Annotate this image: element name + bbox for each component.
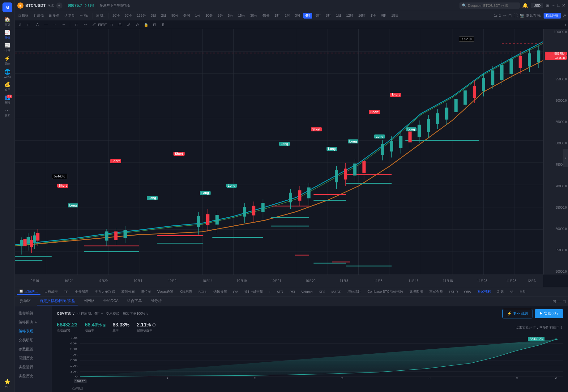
tf-30m[interactable]: 30分 bbox=[248, 13, 259, 19]
ind-tab-auto[interactable]: 自动 bbox=[517, 289, 529, 295]
toolbar-draw[interactable]: ✏ 画↓ bbox=[78, 13, 91, 19]
ind-tab-locate[interactable]: 🔲 定位到… bbox=[17, 288, 41, 295]
sidebar-item-community[interactable]: 👥 群聊 53 bbox=[1, 93, 14, 106]
mode-value[interactable]: 每次下单100% ∨ bbox=[123, 311, 149, 316]
sidebar-item-vip[interactable]: ⭐ VIP bbox=[1, 377, 14, 390]
sidebar-item-news[interactable]: 📰 快讯 bbox=[1, 41, 14, 54]
ind-tab-army[interactable]: 三军会师 bbox=[427, 289, 445, 295]
ind-tab-vegas[interactable]: Vegas通道 bbox=[155, 289, 176, 295]
currency-selector[interactable]: USD bbox=[531, 3, 543, 8]
tf-5m[interactable]: 5分 bbox=[226, 13, 235, 19]
tf-8h[interactable]: 8时 bbox=[324, 13, 333, 19]
chart-canvas[interactable]: Short Long Short Long Short Long Long Lo… bbox=[15, 29, 543, 275]
ind-tab-needle[interactable]: 插针+成交量 bbox=[242, 289, 266, 295]
panel-tab-order[interactable]: 委单区 bbox=[17, 297, 33, 305]
chart-collapse-button[interactable]: ‹ bbox=[563, 149, 568, 167]
panel-expand-icon[interactable]: ⊡ bbox=[553, 299, 556, 304]
ind-tab-log[interactable]: 对数 bbox=[495, 289, 506, 295]
app-logo[interactable]: AI bbox=[2, 2, 12, 12]
copy-icon[interactable]: ⎘ bbox=[103, 323, 105, 327]
tf-15d[interactable]: 15日 bbox=[390, 13, 400, 19]
draw-tool-6[interactable]: ⊞ bbox=[117, 21, 123, 28]
tf-20s[interactable]: 20秒 bbox=[111, 13, 122, 19]
tf-tick[interactable]: 分时 bbox=[182, 13, 192, 19]
tf-3h[interactable]: 3时 bbox=[293, 13, 302, 19]
sidebar-item-strategy[interactable]: ⚡ 策略 bbox=[1, 54, 14, 67]
ind-tab-whale[interactable]: 主力大单跟踪 bbox=[92, 289, 117, 295]
tf-3m[interactable]: 3分 bbox=[216, 13, 225, 19]
tf-1s[interactable]: 1秒 bbox=[369, 13, 378, 19]
ind-tab-pct[interactable]: % bbox=[508, 289, 516, 294]
fullscreen-icon[interactable]: ⛶ bbox=[514, 13, 518, 18]
delete-btn[interactable]: 🗑 bbox=[160, 21, 167, 28]
pro-backtest-button[interactable]: ⚡ 专业回测 bbox=[502, 309, 532, 318]
add-coin-button[interactable]: + bbox=[56, 2, 62, 9]
panel-tab-ai-analysis[interactable]: AI分析 bbox=[148, 297, 164, 305]
panel-tab-combo[interactable]: 组合下单 bbox=[125, 297, 144, 305]
rect-btn[interactable]: □ bbox=[25, 21, 32, 28]
ind-tab-large-trade[interactable]: 大额成交 bbox=[42, 289, 60, 295]
ind-tab-lsur[interactable]: LSUR bbox=[446, 289, 460, 294]
panel-maximize-icon[interactable]: □ bbox=[563, 299, 566, 304]
tf-12h[interactable]: 12时 bbox=[344, 13, 355, 19]
tf-3d[interactable]: 3日 bbox=[149, 13, 158, 19]
draw-tool-4[interactable]: ⊡⊡⊡ bbox=[99, 21, 106, 28]
search-input[interactable] bbox=[468, 4, 517, 7]
share-icon[interactable]: ↗ bbox=[563, 13, 566, 18]
ind-tab-atr[interactable]: ATR bbox=[274, 289, 286, 294]
ind-tab-rsi[interactable]: RSI bbox=[287, 289, 297, 294]
kline-analysis-tab[interactable]: K线分析 bbox=[544, 13, 561, 19]
sidebar-trade-detail[interactable]: 交易明细 bbox=[15, 336, 52, 345]
pencil-icon[interactable]: ✏ bbox=[503, 13, 506, 18]
sidebar-item-web3[interactable]: 🌐 Web3 bbox=[1, 67, 14, 80]
draw-tool-9[interactable]: 🔒 bbox=[143, 21, 149, 28]
close-icon[interactable]: ✕ bbox=[562, 3, 566, 8]
panel-minimize-icon[interactable]: — bbox=[557, 299, 562, 304]
arrow-btn[interactable]: → bbox=[51, 21, 58, 28]
info-icon[interactable]: ⓘ bbox=[152, 323, 156, 327]
sidebar-indicator-edit[interactable]: 指标编辑 bbox=[15, 309, 52, 318]
sidebar-live-run[interactable]: 实盘运行 bbox=[15, 363, 52, 372]
sidebar-live-history[interactable]: 实盘历史 bbox=[15, 372, 52, 381]
magnet-icon[interactable]: ⊡ bbox=[508, 13, 512, 18]
ind-tab-coinbase[interactable]: Coinbase BTC溢价指数 bbox=[365, 289, 406, 295]
search-box[interactable]: 🔍 bbox=[459, 2, 520, 9]
indicator-name[interactable]: OBV实盘 ∨ bbox=[57, 311, 75, 316]
ind-tab-community[interactable]: 社区指标 bbox=[475, 289, 493, 295]
ind-tab-tower[interactable]: 塔位图 bbox=[139, 289, 154, 295]
toolbar-replay[interactable]: ↺ 复盘 bbox=[62, 13, 77, 19]
sidebar-strategy-performance[interactable]: 策略表现 bbox=[15, 327, 52, 336]
right-arrow-btn[interactable]: › bbox=[565, 23, 566, 27]
tf-15m[interactable]: 15分 bbox=[236, 13, 247, 19]
sidebar-param-config[interactable]: 参数配置 bbox=[15, 345, 52, 354]
filter-btn[interactable]: ⊟ bbox=[151, 21, 158, 28]
tf-10m[interactable]: 10分 bbox=[203, 13, 214, 19]
ind-tab-tower-stat[interactable]: 塔位统计 bbox=[345, 289, 364, 295]
ind-tab-top[interactable]: 选顶择底 bbox=[211, 289, 229, 295]
ind-tab-macd[interactable]: MACD bbox=[329, 289, 344, 294]
more-draw-btn[interactable]: ⋯ bbox=[60, 21, 67, 28]
ind-tab-depth[interactable]: 全景深度 bbox=[72, 289, 91, 295]
line-btn[interactable]: — bbox=[43, 21, 49, 28]
ind-tab-kdj[interactable]: KDJ bbox=[316, 289, 328, 294]
ind-tab-td[interactable]: TD bbox=[62, 289, 71, 294]
ind-tab-chips[interactable]: 筹码分布 bbox=[119, 289, 137, 295]
draw-tool-5[interactable]: □ bbox=[108, 21, 115, 28]
tf-16h[interactable]: 16时 bbox=[357, 13, 367, 19]
live-run-button[interactable]: ▶ 实盘运行 bbox=[535, 309, 563, 318]
sidebar-item-assets[interactable]: 💰 资产 bbox=[1, 80, 14, 93]
sidebar-item-home[interactable]: 🏠 首页 bbox=[1, 15, 14, 28]
draw-tool-7[interactable]: 🖊 bbox=[125, 21, 132, 28]
notification-button[interactable]: 🔔 bbox=[522, 2, 528, 8]
tf-4h[interactable]: 4时 bbox=[303, 13, 312, 19]
ind-tab-ov[interactable]: OV bbox=[231, 289, 241, 294]
draw-tool-1[interactable]: □ bbox=[73, 21, 80, 28]
tf-2d[interactable]: 2日 bbox=[159, 13, 168, 19]
layout-icon[interactable]: ⊞ bbox=[546, 3, 549, 8]
draw-tool-3[interactable]: 🖊 bbox=[91, 21, 97, 28]
tf-1h[interactable]: 1时 bbox=[273, 13, 282, 19]
toolbar-highlow[interactable]: ⬆ 高低 bbox=[32, 13, 46, 19]
tf-1m[interactable]: 1分 bbox=[193, 13, 202, 19]
tf-2h[interactable]: 2时 bbox=[283, 13, 292, 19]
toolbar-period[interactable]: 周期↓ bbox=[94, 13, 107, 19]
